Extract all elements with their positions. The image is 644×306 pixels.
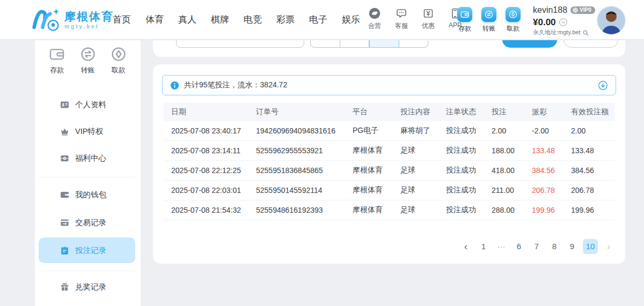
pagination-page-9[interactable]: 9	[565, 239, 579, 254]
pagination-prev[interactable]: ‹	[459, 239, 473, 254]
cell-col1: 2025-07-08 23:40:17	[164, 126, 255, 135]
nav-item-4[interactable]: 棋牌	[211, 13, 229, 26]
header-utility-partnership[interactable]: 合营	[365, 7, 384, 31]
pagination-next[interactable]: ›	[602, 239, 616, 254]
table-row: 2025-07-08 23:14:115255962955553921摩根体育足…	[164, 141, 614, 161]
summary-bar: 共计95笔投注，流水：3824.72	[162, 75, 616, 95]
column-header-5: 注单状态	[445, 107, 491, 117]
cell-col2: 1942609694094831616	[255, 126, 352, 135]
table-row: 2025-07-08 22:03:015255950145592114摩根体育足…	[164, 181, 614, 200]
cell-col2: 5255950145592114	[255, 186, 352, 195]
table-row: 2025-07-08 22:12:255255951836845865摩根体育足…	[164, 161, 614, 181]
filter-primary-button[interactable]	[502, 40, 557, 48]
filter-range-option-1[interactable]	[310, 40, 340, 48]
summary-text: 共计95笔投注，流水：3824.72	[184, 80, 287, 90]
info-icon	[170, 81, 179, 90]
header-transfer-button[interactable]: 转账	[480, 7, 497, 33]
sidebar-deposit-label: 存款	[50, 65, 64, 75]
cell-col5: 投注成功	[445, 146, 491, 155]
column-header-6: 投注	[491, 107, 531, 117]
sidebar: 存款转账取款 个人资料VIP特权福利中心我的钱包交易记录投注记录兑奖记录	[35, 40, 141, 306]
filter-date-input[interactable]	[176, 40, 304, 48]
header-utility-partnership-label: 合营	[368, 21, 381, 31]
column-header-7: 派彩	[531, 107, 570, 117]
sidebar-item-vip[interactable]: VIP特权	[39, 122, 135, 140]
cell-col3: 摩根体育	[352, 166, 399, 175]
withdraw-icon	[110, 46, 127, 63]
table-row: 2025-07-08 23:40:171942609694094831616PG…	[164, 121, 614, 141]
pagination-page-10: 10	[583, 239, 598, 254]
expand-down-icon[interactable]	[598, 80, 608, 91]
sidebar-item-transactions[interactable]: 交易记录	[39, 213, 135, 232]
sidebar-divider-2	[39, 271, 135, 271]
header-deposit-button[interactable]: 存款	[456, 7, 473, 33]
sidebar-transfer-button[interactable]: 转账	[79, 46, 97, 75]
sidebar-item-redeem[interactable]: 兑奖记录	[39, 278, 135, 296]
sidebar-item-redeem-label: 兑奖记录	[75, 282, 106, 292]
nav-item-2[interactable]: 体育	[145, 13, 164, 26]
cell-col6: 2.00	[491, 126, 531, 135]
header-utility-support[interactable]: 客服	[392, 7, 411, 31]
wallet-icon	[48, 46, 65, 63]
nav-item-3[interactable]: 真人	[178, 13, 196, 26]
balance-amount: ¥0.00	[533, 17, 556, 28]
nav-item-7[interactable]: 电子	[309, 13, 327, 26]
header-transfer-label: 转账	[482, 24, 495, 33]
nav-item-6[interactable]: 彩票	[276, 13, 295, 26]
bet-records-table: 日期订单号平台投注内容注单状态投注派彩有效投注额 2025-07-08 23:4…	[164, 103, 614, 220]
filter-range-group	[310, 40, 428, 48]
cell-col5: 投注成功	[445, 166, 491, 175]
column-header-8: 有效投注额	[570, 107, 614, 117]
pagination-page-8[interactable]: 8	[547, 239, 561, 254]
sidebar-item-bet-records[interactable]: 投注记录	[39, 237, 135, 263]
sidebar-deposit-button[interactable]: 存款	[48, 46, 65, 75]
column-header-2: 订单号	[255, 107, 352, 117]
filter-secondary-button[interactable]	[564, 40, 618, 48]
avatar[interactable]	[597, 6, 626, 35]
sidebar-item-welfare[interactable]: 福利中心	[39, 149, 135, 167]
filter-range-option-4[interactable]	[399, 40, 429, 48]
sidebar-item-profile[interactable]: 个人资料	[39, 95, 135, 114]
header-utility-promo[interactable]: 优惠	[419, 7, 438, 31]
header-withdraw-button[interactable]: 取款	[504, 7, 522, 33]
cell-col2: 5255948616192393	[255, 206, 352, 214]
sidebar-item-welfare-label: 福利中心	[75, 153, 106, 163]
nav-item-1[interactable]: 首页	[113, 13, 131, 26]
avatar-image	[597, 6, 625, 34]
cell-col8: 2.00	[570, 126, 614, 135]
username[interactable]: kevin188	[533, 5, 567, 16]
nav-item-5[interactable]: 电竞	[244, 13, 262, 26]
sidebar-withdraw-button[interactable]: 取款	[110, 46, 127, 75]
filter-range-option-3[interactable]	[369, 40, 399, 48]
header-withdraw-label: 取款	[507, 24, 519, 33]
cell-col1: 2025-07-08 21:54:32	[164, 206, 255, 214]
header-utility-support-label: 客服	[395, 21, 408, 31]
pagination-page-1[interactable]: 1	[477, 239, 491, 254]
site-logo[interactable]: 摩根体育 mgty.bet	[31, 6, 114, 34]
sidebar-quick-actions: 存款转账取款	[35, 46, 141, 75]
mywallet-icon	[60, 190, 70, 200]
user-info: kevin188 VIP0 ¥0.00 永久地址:mgty.bet	[533, 5, 595, 36]
bet-records-panel: 共计95笔投注，流水：3824.72 日期订单号平台投注内容注单状态投注派彩有效…	[153, 64, 625, 264]
pagination-page-6[interactable]: 6	[512, 239, 526, 254]
cell-col8: 133.48	[570, 146, 614, 155]
sidebar-item-wallet[interactable]: 我的钱包	[39, 185, 135, 204]
cell-col8: 199.96	[570, 206, 614, 214]
logo-subtitle: mgty.bet	[64, 24, 114, 29]
promo-icon	[422, 7, 435, 20]
table-row: 2025-07-08 21:54:325255948616192393摩根体育足…	[164, 200, 614, 220]
pagination: ‹1···678910›	[459, 239, 616, 254]
sidebar-divider-1	[39, 177, 135, 177]
table-header-row: 日期订单号平台投注内容注单状态投注派彩有效投注额	[164, 103, 614, 121]
header-quick-actions: 存款转账取款	[456, 7, 522, 33]
filter-range-option-2[interactable]	[340, 40, 370, 48]
cell-col2: 5255951836845865	[255, 166, 352, 175]
nav-item-8[interactable]: 娱乐	[342, 13, 360, 26]
cell-col4: 足球	[399, 205, 445, 215]
pagination-page-7[interactable]: 7	[530, 239, 544, 254]
bets-icon	[60, 245, 70, 256]
sidebar-item-profile-label: 个人资料	[75, 100, 106, 110]
cell-col6: 211.00	[491, 186, 531, 195]
magnifier-icon[interactable]	[582, 29, 589, 36]
balance-chevron-down-icon[interactable]	[559, 18, 568, 27]
